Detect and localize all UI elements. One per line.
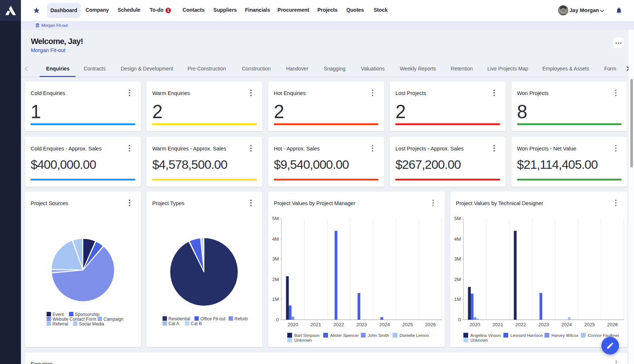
svg-text:Sponsorship: Sponsorship [75, 312, 99, 317]
svg-text:2026: 2026 [425, 322, 436, 327]
svg-text:1M: 1M [272, 296, 279, 302]
svg-text:1M: 1M [454, 296, 461, 302]
svg-text:2022: 2022 [515, 322, 526, 327]
svg-text:John Smith: John Smith [368, 333, 389, 338]
svg-text:Cat A: Cat A [168, 321, 179, 326]
svg-text:Connor Faulkner: Connor Faulkner [588, 333, 619, 338]
svg-text:2024: 2024 [561, 322, 572, 327]
svg-text:2024: 2024 [379, 322, 390, 327]
svg-text:5M: 5M [454, 216, 461, 221]
svg-text:0: 0 [276, 317, 279, 323]
svg-text:Bart Simpson: Bart Simpson [294, 333, 320, 338]
svg-text:5M: 5M [272, 216, 279, 221]
svg-text:3M: 3M [454, 256, 461, 262]
svg-text:0: 0 [458, 317, 461, 323]
svg-text:2025: 2025 [584, 322, 595, 327]
svg-text:Website Contact Form: Website Contact Form [52, 317, 96, 322]
svg-text:2023: 2023 [538, 322, 549, 327]
svg-text:Harvey Wilcox: Harvey Wilcox [551, 333, 579, 338]
svg-text:Cat B: Cat B [191, 321, 202, 326]
svg-text:Leonard Harrison: Leonard Harrison [510, 333, 543, 338]
svg-text:2023: 2023 [356, 322, 367, 327]
svg-text:Refurb: Refurb [234, 316, 248, 321]
svg-text:2022: 2022 [334, 322, 344, 327]
svg-text:2020: 2020 [288, 322, 298, 327]
svg-text:Unknown: Unknown [294, 338, 312, 342]
svg-text:2020: 2020 [470, 322, 480, 327]
svg-text:Referral: Referral [52, 321, 68, 327]
svg-text:Danielle Lemon: Danielle Lemon [400, 333, 429, 338]
svg-text:Residential: Residential [168, 316, 190, 321]
svg-text:2026: 2026 [607, 322, 618, 327]
svg-text:2021: 2021 [492, 322, 503, 327]
svg-text:2M: 2M [454, 277, 461, 282]
svg-text:4M: 4M [454, 236, 461, 242]
svg-text:Social Media: Social Media [79, 321, 104, 327]
svg-text:Event: Event [52, 312, 64, 317]
svg-text:2025: 2025 [402, 322, 413, 327]
svg-text:Campaign: Campaign [103, 317, 124, 322]
svg-text:Angelina Vinson: Angelina Vinson [470, 333, 501, 338]
svg-text:Office Fit-out: Office Fit-out [200, 316, 226, 321]
svg-text:Unknown: Unknown [470, 338, 488, 342]
svg-text:3M: 3M [272, 256, 279, 262]
svg-text:4M: 4M [272, 236, 279, 242]
svg-text:Alister Spencer: Alister Spencer [330, 333, 359, 338]
svg-text:2021: 2021 [310, 322, 321, 327]
svg-text:2M: 2M [272, 277, 279, 282]
